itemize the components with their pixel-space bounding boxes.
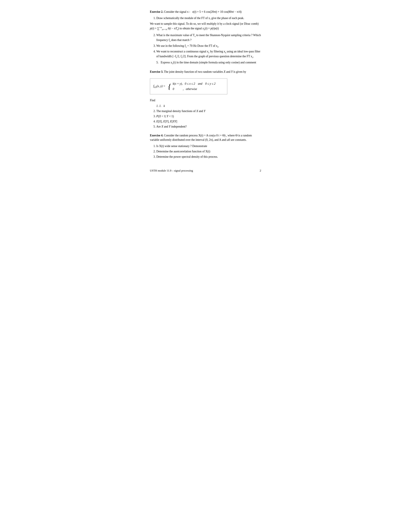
exercise-4-intro: Exercise 4. Consider the random process …	[150, 133, 261, 142]
exercise-2-item-5: 5. Express xc(t) in the time domain (sim…	[156, 60, 261, 65]
formula-lhs: fXY(x, y) =	[153, 84, 165, 89]
formula-row: fXY(x, y) = { k(x + y), 0 ≤ x ≤ 2 and 0 …	[153, 82, 222, 91]
find-list: 1. k The marginal density functions of X…	[156, 104, 261, 129]
formula-case-2: 0 , otherwise	[173, 87, 215, 91]
exercise-3-intro: Exercise 3. The joint density function o…	[150, 70, 261, 74]
exercise-4-item-1: Is X(t) wide sense stationary ? Demonstr…	[156, 144, 261, 148]
footer: USTH module 11.9 – signal processing 2	[150, 169, 261, 173]
exercise-2-item-2: What is the maximum value of Ts to meet …	[156, 33, 261, 43]
exercise-2-item-4: We want to reconstruct a continuous sign…	[156, 49, 261, 59]
exercise-3-intro-text: The joint density function of two random…	[164, 70, 246, 73]
exercise-4-block: Exercise 4. Consider the random process …	[150, 133, 261, 159]
exercise-2-sampling-para: We want to sample this signal. To do so,…	[150, 22, 261, 31]
footer-left: USTH module 11.9 – signal processing	[150, 169, 193, 173]
formula-case-1: k(x + y), 0 ≤ x ≤ 2 and 0 ≤ y ≤ 2	[173, 82, 215, 86]
formula-box: fXY(x, y) = { k(x + y), 0 ≤ x ≤ 2 and 0 …	[150, 78, 227, 94]
exercise-2-list: Draw schematically the module of the FT …	[156, 16, 261, 20]
exercise-4-item-3: Determine the power spectral density of …	[156, 155, 261, 159]
exercise-4-title: Exercise 4.	[150, 134, 163, 137]
exercise-3-block: Exercise 3. The joint density function o…	[150, 70, 261, 129]
exercise-4-intro-text: Consider the random process X(t) = A cos…	[150, 134, 252, 141]
exercise-2-intro-text: Consider the signal x : x(t) = 5 + 6 cos…	[164, 10, 242, 13]
exercise-2-block: Exercise 2. Consider the signal x : x(t)…	[150, 10, 261, 65]
exercise-2-item-3: We use in the following fs = 70 Hz Draw …	[156, 44, 261, 48]
exercise-2-item-1: Draw schematically the module of the FT …	[156, 16, 261, 20]
exercise-4-item-2: Determine the auotcorrelation function o…	[156, 149, 261, 154]
find-item-1: 1. k	[156, 104, 261, 108]
exercise-2-title: Exercise 2.	[150, 10, 163, 13]
formula-cases: k(x + y), 0 ≤ x ≤ 2 and 0 ≤ y ≤ 2 0 , ot…	[173, 82, 215, 91]
find-item-5: Are X and Y independent?	[156, 124, 261, 129]
find-label: Find	[150, 98, 261, 103]
exercise-2-list-2: What is the maximum value of Ts to meet …	[156, 33, 261, 59]
find-item-4: E[X], E[Y], E[XY]	[156, 119, 261, 124]
exercise-2-intro: Exercise 2. Consider the signal x : x(t)…	[150, 10, 261, 14]
formula-brace: {	[168, 83, 171, 90]
exercise-3-title: Exercise 3.	[150, 70, 163, 73]
footer-right: 2	[260, 169, 261, 173]
find-item-3: P(X < 1| Y < 1)	[156, 114, 261, 118]
exercise-4-list: Is X(t) wide sense stationary ? Demonstr…	[156, 144, 261, 159]
find-item-2: The marginal density functions of X and …	[156, 109, 261, 113]
